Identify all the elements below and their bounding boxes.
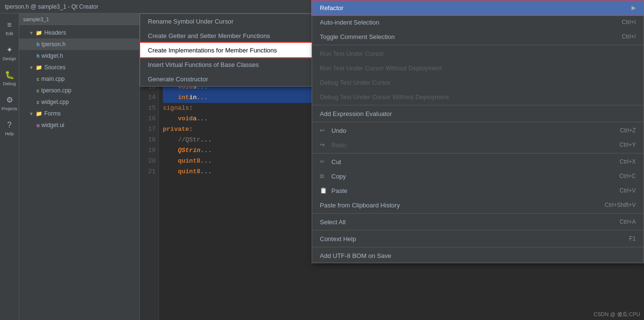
auto-indent-label-group: Auto-indent Selection [320,19,622,26]
sidebar-item-edit[interactable]: ≡ Edit [1,16,18,40]
paste-label-group: 📋 Paste [320,187,619,194]
menu-shortcut-select-all: Ctrl+A [619,218,636,225]
menu-label-run-test: Run Test Under Cursor [320,50,384,57]
menu-item-run-test-no-deploy: Run Test Under Cursor Without Deployment [312,61,644,75]
menu-item-run-test: Run Test Under Cursor [312,46,644,61]
sidebar-label-debug: Debug [3,81,16,86]
arrow-icon: ▼ [29,30,34,36]
debug-icon: 🐛 [5,70,14,80]
arrow-icon3: ▼ [29,111,34,116]
cut-icon: ✂ [320,158,328,165]
tree-file-tperson-h-label: tperson.h [41,41,66,48]
cpp-file-icon3: c [37,100,39,105]
sidebar-item-help[interactable]: ? Help [1,116,18,140]
tree-folder-headers-label: Headers [44,29,66,36]
arrow-icon2: ▼ [29,65,34,70]
tree-folder-sources-label: Sources [44,64,66,71]
menu-item-redo: ↪ Redo Ctrl+Y [312,138,644,152]
menu-item-debug-test: Debug Test Under Cursor [312,75,644,90]
menu-item-select-all[interactable]: Select All Ctrl+A [312,215,644,229]
sidebar-label-design: Design [2,56,16,61]
projects-icon: ⚙ [5,95,14,105]
sidebar-item-projects[interactable]: ⚙ Projects [1,91,18,115]
menu-label-auto-indent: Auto-indent Selection [320,19,380,26]
separator-1 [312,45,644,45]
tree-folder-headers[interactable]: ▼ 📁 Headers [19,27,139,38]
menu-item-paste-history[interactable]: Paste from Clipboard History Ctrl+Shift+… [312,198,644,212]
menu-item-add-bom[interactable]: Add UTF-8 BOM on Save [312,248,644,263]
sidebar-item-design[interactable]: ✦ Design [1,41,18,65]
menu-label-select-all: Select All [320,218,345,226]
menu-label-add-expr: Add Expression Evaluator [320,110,392,117]
cut-label-group: ✂ Cut [320,158,619,166]
context-menu-right: Refactor ▶ Auto-indent Selection Ctrl+I … [312,0,644,263]
tree-file-tperson-cpp[interactable]: c tperson.cpp [19,85,139,96]
tree-file-widget-h[interactable]: h widget.h [19,50,139,62]
separator-2 [312,105,644,105]
menu-item-undo[interactable]: ↩ Undo Ctrl+Z [312,123,644,138]
context-help-label-group: Context Help [320,235,629,243]
add-bom-label-group: Add UTF-8 BOM on Save [320,252,636,259]
add-expr-label-group: Add Expression Evaluator [320,110,636,117]
menu-shortcut-auto-indent: Ctrl+I [622,19,636,26]
tree-file-main-cpp-label: main.cpp [41,76,65,82]
undo-label-group: ↩ Undo [320,127,620,134]
edit-icon: ≡ [5,20,14,30]
menu-label-cut: Cut [331,158,341,166]
menu-label-paste-history: Paste from Clipboard History [320,202,400,209]
project-name: sample3_1 [23,16,49,22]
folder-icon3: 📁 [36,111,42,117]
menu-label-insert-virtual: Insert Virtual Functions of Base Classes [148,61,259,68]
folder-icon: 📁 [36,30,42,36]
menu-shortcut-redo: Ctrl+Y [619,141,636,148]
menu-item-auto-indent[interactable]: Auto-indent Selection Ctrl+I [312,15,644,29]
tree-file-widget-cpp-label: widget.cpp [41,99,69,105]
watermark: CSDN @ 傻瓜:CPU [593,311,640,318]
menu-shortcut-cut: Ctrl+X [619,158,636,165]
refactor-label-group: Refactor [320,4,631,12]
sidebar-item-debug[interactable]: 🐛 Debug [1,66,18,90]
header-file-icon: h [37,42,39,47]
menu-label-run-test-no-deploy: Run Test Under Cursor Without Deployment [320,64,442,72]
tree-file-widget-ui[interactable]: u widget.ui [19,119,139,131]
menu-shortcut-toggle-comment: Ctrl+/ [622,33,636,40]
menu-shortcut-paste: Ctrl+V [619,187,636,194]
menu-item-paste[interactable]: 📋 Paste Ctrl+V [312,183,644,198]
header-file-icon2: h [37,53,39,59]
redo-label-group: ↪ Redo [320,141,619,149]
menu-item-toggle-comment[interactable]: Toggle Comment Selection Ctrl+/ [312,29,644,44]
menu-item-cut[interactable]: ✂ Cut Ctrl+X [312,154,644,169]
tree-file-tperson-h[interactable]: h tperson.h [19,38,139,50]
menu-item-context-help[interactable]: Context Help F1 [312,231,644,246]
tree-folder-sources[interactable]: ▼ 📁 Sources [19,62,139,73]
run-test-no-deploy-label-group: Run Test Under Cursor Without Deployment [320,64,636,72]
run-test-label-group: Run Test Under Cursor [320,50,636,57]
menu-label-add-bom: Add UTF-8 BOM on Save [320,252,391,259]
menu-item-debug-test-no-deploy: Debug Test Under Cursor Without Deployme… [312,90,644,104]
tree-file-widget-cpp[interactable]: c widget.cpp [19,96,139,108]
menu-label-rename: Rename Symbol Under Cursor [148,18,234,25]
paste-icon: 📋 [320,187,328,194]
sidebar-label-projects: Projects [1,106,17,111]
tree-folder-forms[interactable]: ▼ 📁 Forms [19,108,139,119]
menu-label-paste: Paste [331,187,347,194]
menu-item-refactor[interactable]: Refactor ▶ [312,0,644,15]
menu-label-copy: Copy [331,173,346,180]
menu-shortcut-undo: Ctrl+Z [620,127,636,134]
tree-container: ▼ 📁 Headers h tperson.h h widget.h ▼ 📁 S… [19,25,139,133]
undo-icon: ↩ [320,127,328,134]
project-panel-header: sample3_1 [19,13,139,25]
menu-item-copy[interactable]: ⧉ Copy Ctrl+C [312,169,644,183]
sidebar-label-help: Help [5,131,14,136]
menu-label-refactor: Refactor [320,4,343,12]
menu-label-debug-test: Debug Test Under Cursor [320,79,391,86]
cpp-file-icon: c [37,77,39,82]
menu-label-create-impl: Create Implementations for Member Functi… [148,47,277,54]
menu-label-undo: Undo [331,127,346,134]
tree-file-main-cpp[interactable]: c main.cpp [19,73,139,85]
copy-label-group: ⧉ Copy [320,173,619,180]
debug-test-label-group: Debug Test Under Cursor [320,79,636,86]
menu-label-generate-ctor: Generate Constructor [148,76,208,83]
menu-label-redo: Redo [331,141,346,149]
menu-item-add-expr[interactable]: Add Expression Evaluator [312,106,644,121]
